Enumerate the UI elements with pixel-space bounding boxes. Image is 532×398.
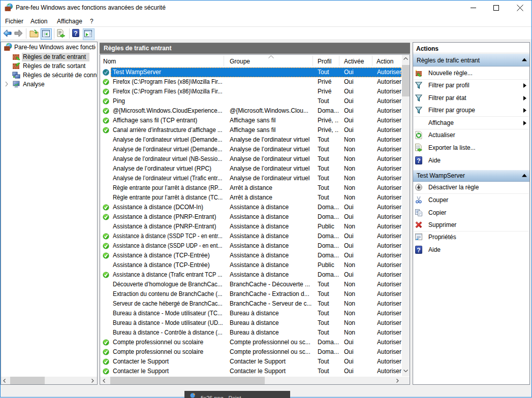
svg-text:?: ? xyxy=(417,157,420,164)
svg-text:?: ? xyxy=(74,30,77,37)
svg-text:?: ? xyxy=(417,247,420,254)
